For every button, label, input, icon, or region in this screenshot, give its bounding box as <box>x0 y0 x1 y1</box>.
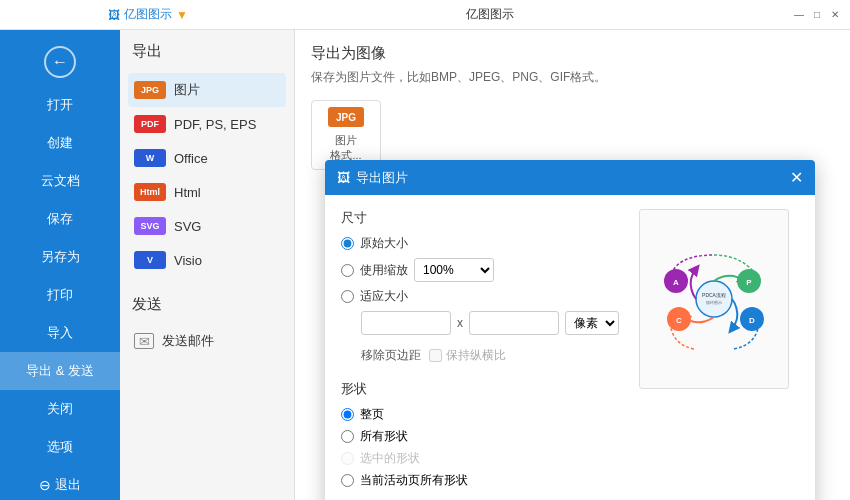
shape-radio-current-row: 当前活动页所有形状 <box>341 472 631 489</box>
html-badge: Html <box>134 183 166 201</box>
sidebar-item-close[interactable]: 关闭 <box>0 390 120 428</box>
svg-text:P: P <box>746 278 752 287</box>
svg-badge: SVG <box>134 217 166 235</box>
sidebar: ← 打开 创建 云文档 保存 另存为 打印 导入 导出 & 发送 关闭 选项 ⊖… <box>0 30 120 500</box>
dialog-header-left: 🖼 导出图片 <box>337 169 408 187</box>
size-x-label: x <box>457 316 463 330</box>
sidebar-item-options[interactable]: 选项 <box>0 428 120 466</box>
width-input[interactable]: 1122.52 <box>361 311 451 335</box>
dialog-header-title: 导出图片 <box>356 169 408 187</box>
shape-radio-all-row: 所有形状 <box>341 428 631 445</box>
window-title: 亿图图示 <box>188 6 792 23</box>
send-email-label: 发送邮件 <box>162 332 214 350</box>
export-label-visio: Visio <box>174 253 202 268</box>
sidebar-item-open[interactable]: 打开 <box>0 86 120 124</box>
shape-radio-all-label: 所有形状 <box>360 428 408 445</box>
shape-radio-page-row: 整页 <box>341 406 631 423</box>
unit-select[interactable]: 像素 毫米 厘米 英寸 <box>565 311 619 335</box>
mail-icon <box>134 333 154 349</box>
office-badge: W <box>134 149 166 167</box>
jpg-card-badge: JPG <box>328 107 364 127</box>
content-area: 导出为图像 保存为图片文件，比如BMP、JPEG、PNG、GIF格式。 JPG … <box>295 30 850 500</box>
dialog-left-col: 尺寸 原始大小 使用缩放 100% 50% <box>341 209 631 500</box>
shape-radio-selected-row: 选中的形状 <box>341 450 631 467</box>
sidebar-item-cloud[interactable]: 云文档 <box>0 162 120 200</box>
content-desc: 保存为图片文件，比如BMP、JPEG、PNG、GIF格式。 <box>311 69 834 86</box>
sidebar-item-print[interactable]: 打印 <box>0 276 120 314</box>
sidebar-item-export[interactable]: 导出 & 发送 <box>0 352 120 390</box>
sidebar-item-save[interactable]: 保存 <box>0 200 120 238</box>
send-title: 发送 <box>128 295 286 314</box>
size-input-row: 1122.52 x 793.701 像素 毫米 厘米 英寸 <box>341 311 631 335</box>
brand-dropdown-icon[interactable]: ▼ <box>176 8 188 22</box>
svg-point-0 <box>696 281 732 317</box>
size-section-title: 尺寸 <box>341 209 631 227</box>
action-row: 移除页边距 保持纵横比 <box>341 347 631 364</box>
svg-text:PDCA流程: PDCA流程 <box>702 292 726 298</box>
jpg-badge: JPG <box>134 81 166 99</box>
app-body: ← 打开 创建 云文档 保存 另存为 打印 导入 导出 & 发送 关闭 选项 ⊖… <box>0 30 850 500</box>
back-button[interactable]: ← <box>0 38 120 86</box>
export-item-office[interactable]: W Office <box>128 141 286 175</box>
export-panel: 导出 JPG 图片 PDF PDF, PS, EPS W Office Html… <box>120 30 295 500</box>
radio-original[interactable] <box>341 237 354 250</box>
dialog-right-col: PDCA流程 循环图示 P D <box>639 209 799 500</box>
sidebar-item-saveas[interactable]: 另存为 <box>0 238 120 276</box>
brand-label: 亿图图示 <box>124 6 172 23</box>
radio-adapt-label: 适应大小 <box>360 288 408 305</box>
shape-section: 形状 整页 所有形状 <box>341 380 631 489</box>
svg-text:D: D <box>749 316 755 325</box>
export-panel-title: 导出 <box>128 42 286 61</box>
sidebar-item-create[interactable]: 创建 <box>0 124 120 162</box>
dialog-header-icon: 🖼 <box>337 170 350 185</box>
dialog-two-col: 尺寸 原始大小 使用缩放 100% 50% <box>341 209 799 500</box>
brand-area: 🖼 亿图图示 ▼ <box>108 6 188 23</box>
export-label-office: Office <box>174 151 208 166</box>
remove-margin-link[interactable]: 移除页边距 <box>361 347 421 364</box>
preview-diagram: PDCA流程 循环图示 P D <box>644 229 784 369</box>
export-dialog: 🖼 导出图片 ✕ 尺寸 原始大小 <box>325 160 815 500</box>
export-item-html[interactable]: Html Html <box>128 175 286 209</box>
dialog-close-button[interactable]: ✕ <box>790 168 803 187</box>
export-item-svg[interactable]: SVG SVG <box>128 209 286 243</box>
height-input[interactable]: 793.701 <box>469 311 559 335</box>
keep-ratio-checkbox[interactable] <box>429 349 442 362</box>
svg-text:A: A <box>673 278 679 287</box>
pdf-badge: PDF <box>134 115 166 133</box>
radio-adapt-row: 适应大小 <box>341 288 631 305</box>
close-button[interactable]: ✕ <box>828 8 842 22</box>
preview-box: PDCA流程 循环图示 P D <box>639 209 789 389</box>
jpg-card-label: 图片 格式... <box>330 133 361 163</box>
shape-radio-selected[interactable] <box>341 452 354 465</box>
brand-icon: 🖼 <box>108 8 120 22</box>
radio-original-row: 原始大小 <box>341 235 631 252</box>
export-item-visio[interactable]: V Visio <box>128 243 286 277</box>
maximize-button[interactable]: □ <box>810 8 824 22</box>
shape-radio-page-label: 整页 <box>360 406 384 423</box>
radio-scale[interactable] <box>341 264 354 277</box>
size-radio-group: 原始大小 使用缩放 100% 50% 200% <box>341 235 631 368</box>
keep-ratio-label: 保持纵横比 <box>446 347 506 364</box>
titlebar: 🖼 亿图图示 ▼ 亿图图示 — □ ✕ <box>0 0 850 30</box>
shape-radio-selected-label: 选中的形状 <box>360 450 420 467</box>
shape-radio-page[interactable] <box>341 408 354 421</box>
dialog-body: 尺寸 原始大小 使用缩放 100% 50% <box>325 195 815 500</box>
export-item-jpg[interactable]: JPG 图片 <box>128 73 286 107</box>
sidebar-item-quit[interactable]: ⊖ 退出 <box>0 466 120 500</box>
shape-section-title: 形状 <box>341 380 631 398</box>
send-email-item[interactable]: 发送邮件 <box>128 324 286 358</box>
back-circle-icon: ← <box>44 46 76 78</box>
svg-text:C: C <box>676 316 682 325</box>
export-item-pdf[interactable]: PDF PDF, PS, EPS <box>128 107 286 141</box>
shape-radio-all[interactable] <box>341 430 354 443</box>
quit-icon: ⊖ <box>39 477 51 493</box>
keep-ratio-row: 保持纵横比 <box>429 347 506 364</box>
radio-adapt[interactable] <box>341 290 354 303</box>
sidebar-item-import[interactable]: 导入 <box>0 314 120 352</box>
visio-badge: V <box>134 251 166 269</box>
minimize-button[interactable]: — <box>792 8 806 22</box>
scale-percent-select[interactable]: 100% 50% 200% <box>414 258 494 282</box>
export-label-pdf: PDF, PS, EPS <box>174 117 256 132</box>
export-label-html: Html <box>174 185 201 200</box>
shape-radio-current[interactable] <box>341 474 354 487</box>
